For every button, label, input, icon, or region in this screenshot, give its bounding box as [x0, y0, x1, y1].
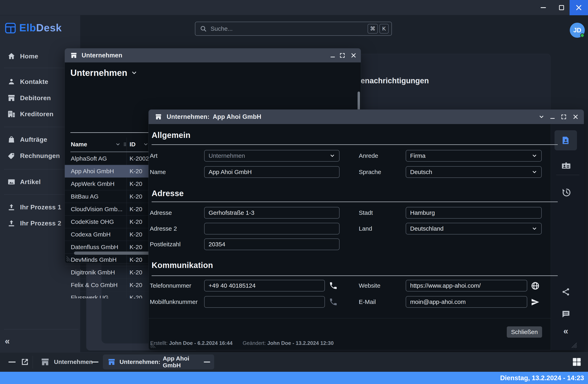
sprache-select[interactable]: Deutsch	[406, 166, 542, 178]
postleitzahl-field[interactable]	[204, 238, 339, 250]
modified-value: John Doe - 13.2.2024 12:30	[267, 340, 334, 346]
sidebar-item-label: Kreditoren	[20, 110, 54, 118]
cell-id: K-20	[129, 218, 142, 225]
telefonnummer-field[interactable]	[204, 280, 325, 292]
cell-name: AlphaSoft AG	[71, 155, 107, 162]
mobilfunknummer-input[interactable]	[209, 298, 320, 305]
sidebar-collapse-button[interactable]: «	[5, 336, 10, 346]
detail-window-titlebar[interactable]: Unternehmen: App Ahoi GmbH	[148, 110, 584, 124]
website-input[interactable]	[410, 282, 523, 289]
cell-name: AppWerk GmbH	[71, 181, 114, 187]
os-close-button[interactable]	[569, 0, 588, 15]
taskbar-item-app-ahoi-active[interactable]: Unternehmen: App Ahoi GmbH	[103, 355, 214, 369]
email-field[interactable]	[406, 296, 527, 308]
land-select[interactable]: Deutschland	[406, 223, 542, 234]
os-minimize-button[interactable]	[538, 4, 549, 11]
section-divider	[152, 144, 558, 145]
close-button[interactable]: Schließen	[507, 326, 542, 338]
rail-tab-history[interactable]	[561, 187, 571, 197]
chevron-down-icon	[143, 142, 148, 147]
avatar-initials: JD	[573, 27, 581, 34]
adresse-field[interactable]	[204, 207, 339, 219]
taskbar-window-grid-button[interactable]	[571, 357, 582, 367]
postleitzahl-input[interactable]	[209, 241, 335, 248]
chevron-down-icon	[330, 153, 335, 158]
rail-comments-button[interactable]	[561, 309, 570, 318]
field-label-adresse: Adresse	[150, 207, 172, 219]
rail-tab-contact-active[interactable]	[554, 130, 577, 150]
section-divider	[152, 275, 558, 276]
list-window-title: Unternehmen	[82, 52, 122, 59]
window-maximize-button[interactable]	[337, 52, 348, 58]
land-value: Deutschland	[410, 225, 444, 232]
sidebar-item-label: Aufträge	[20, 136, 47, 143]
adresse2-input[interactable]	[209, 225, 335, 232]
window-close-button[interactable]	[348, 52, 359, 58]
taskbar-item-minimize[interactable]	[204, 361, 210, 362]
column-header-name[interactable]: Name	[71, 137, 126, 152]
field-label-stadt: Stadt	[359, 207, 373, 219]
window-minimize-button[interactable]	[328, 51, 337, 60]
send-email-button[interactable]	[531, 297, 540, 307]
upload-icon	[7, 203, 16, 211]
statusbar-datetime: Dienstag, 13.2.2024 - 14:23	[500, 374, 584, 382]
phone-icon	[329, 297, 338, 306]
art-select[interactable]: Unternehmen	[204, 150, 339, 162]
open-website-button[interactable]	[531, 281, 540, 291]
anrede-select[interactable]: Firma	[406, 150, 542, 162]
search-input[interactable]	[210, 25, 366, 32]
window-restore-select[interactable]	[536, 114, 547, 120]
rail-share-button[interactable]	[561, 287, 570, 296]
adresse2-field[interactable]	[204, 223, 339, 234]
anrede-value: Firma	[410, 152, 425, 159]
name-field[interactable]	[204, 166, 339, 178]
detail-window-app-ahoi: Unternehmen: App Ahoi GmbH « Allgemein A…	[148, 109, 584, 350]
call-button[interactable]	[329, 281, 338, 290]
cell-name: CodeKiste OHG	[71, 218, 114, 225]
record-metadata: Erstellt: John Doe - 6.2.2024 16:44 Geän…	[150, 340, 334, 346]
mobilfunknummer-field[interactable]	[204, 296, 325, 308]
list-heading-row[interactable]: Unternehmen	[70, 68, 137, 78]
chevron-down-icon	[532, 226, 537, 231]
cell-name: CloudVision Gmb...	[71, 206, 123, 213]
taskbar-item-unternehmen[interactable]: Unternehmen	[41, 358, 93, 366]
chevron-double-left-icon: «	[563, 326, 568, 336]
window-close-button[interactable]	[569, 114, 582, 120]
sidebar-item-label: Ihr Prozess 1	[20, 203, 61, 211]
taskbar-item-label-name: App Ahoi GmbH	[163, 355, 204, 369]
sprache-value: Deutsch	[410, 169, 432, 176]
resize-handle-icon[interactable]	[150, 342, 156, 348]
email-input[interactable]	[410, 298, 523, 305]
footer-divider	[148, 318, 551, 318]
rail-collapse-button[interactable]: «	[563, 326, 568, 336]
rail-tab-badge[interactable]	[561, 161, 571, 170]
background-window-heading: Benachrichtigungen	[355, 76, 429, 85]
stadt-input[interactable]	[410, 209, 537, 216]
section-divider	[152, 202, 558, 202]
modified-label: Geändert:	[243, 340, 266, 346]
taskbar-item-label: Unternehmen	[54, 359, 93, 365]
storefront-icon	[155, 113, 162, 120]
drag-handle-icon[interactable]	[123, 142, 126, 147]
cell-id: K-20	[129, 181, 142, 187]
window-maximize-button[interactable]	[558, 114, 569, 120]
cell-id: K-20	[129, 244, 142, 250]
taskbar-popout-button[interactable]	[20, 357, 30, 367]
global-search[interactable]: ⌘ K	[195, 22, 392, 36]
call-mobile-button[interactable]	[329, 297, 338, 306]
resize-handle-icon[interactable]	[571, 342, 577, 348]
list-heading: Unternehmen	[70, 68, 127, 78]
taskbar-divider	[33, 356, 33, 368]
list-window-titlebar[interactable]: Unternehmen	[65, 48, 361, 62]
window-minimize-button[interactable]	[547, 113, 558, 121]
resize-handle-icon[interactable]	[66, 255, 72, 262]
chevron-down-icon	[131, 70, 137, 76]
os-maximize-button[interactable]	[556, 4, 567, 11]
website-field[interactable]	[406, 280, 527, 292]
taskbar-item-minimize[interactable]	[91, 361, 99, 362]
telefonnummer-input[interactable]	[209, 282, 320, 289]
taskbar-minimize-all-button[interactable]	[8, 361, 16, 362]
name-input[interactable]	[209, 169, 335, 176]
adresse-input[interactable]	[209, 209, 335, 216]
stadt-field[interactable]	[406, 207, 542, 219]
